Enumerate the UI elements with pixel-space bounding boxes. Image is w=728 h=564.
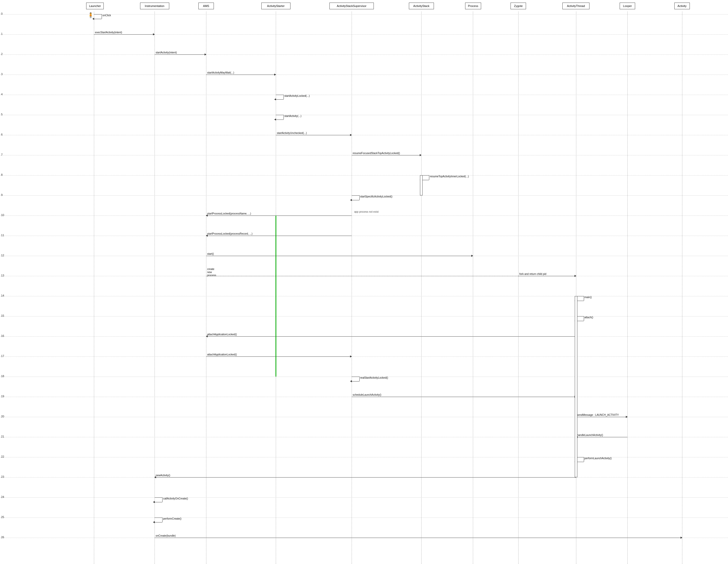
self-arrow-right: [155, 497, 162, 498]
lifeline-looper: [627, 12, 628, 564]
self-arrow-down: [584, 457, 584, 462]
actor-activity: Activity: [674, 3, 690, 9]
self-message-label: performLaunchActivity(): [585, 457, 612, 460]
self-arrow-head: [274, 98, 276, 100]
row-num-4: 4: [1, 93, 3, 96]
self-arrow-head: [153, 501, 155, 503]
self-arrow-left: [94, 19, 102, 19]
row-24: [0, 497, 728, 498]
message-label: attachApplicationLocked(): [207, 333, 237, 336]
lifeline-ams: [206, 12, 206, 564]
row-num-10: 10: [1, 213, 4, 216]
self-arrow-left: [276, 99, 284, 100]
row-num-22: 22: [1, 455, 4, 458]
row-num-26: 26: [1, 536, 4, 539]
self-arrow-down: [359, 195, 360, 200]
message-label: startProcessLocked(processName, ...): [207, 212, 251, 215]
actor-activity_stack_supervisor: ActivityStackSupervisor: [329, 3, 374, 9]
message-label: execStartActivity(intent): [95, 31, 122, 34]
arrow: [94, 34, 155, 35]
arrow: [518, 276, 576, 276]
actor-zygote: Zygote: [511, 3, 526, 9]
row-num-14: 14: [1, 294, 4, 297]
arrow: [206, 357, 352, 357]
message-label: create: [207, 268, 214, 270]
row-num-12: 12: [1, 254, 4, 257]
actor-looper: Looper: [620, 3, 635, 9]
self-arrow-right: [276, 115, 284, 115]
actor-ams: AMS: [198, 3, 214, 9]
message-label: startActivity(intent): [156, 51, 177, 54]
arrow: [155, 54, 206, 55]
self-message-label: onClick: [102, 14, 111, 17]
arrow: [352, 155, 421, 155]
arrow: [206, 215, 352, 216]
self-arrow-down: [584, 316, 584, 321]
self-message-label: startActivityLocked(...): [284, 94, 310, 97]
self-arrow-head: [92, 18, 94, 20]
message-label: startActivityUnchecked(...): [277, 132, 307, 134]
row-num-6: 6: [1, 133, 3, 136]
row-10: [0, 215, 728, 216]
self-message-label: startActivity(...): [284, 115, 301, 117]
message-label: newActivity(): [156, 474, 170, 477]
row-4: [0, 95, 728, 95]
row-6: [0, 135, 728, 135]
row-num-13: 13: [1, 274, 4, 277]
row-num-21: 21: [1, 435, 4, 438]
message-label: sendMessage : LAUNCH_ACTIVITY: [577, 414, 619, 416]
self-arrow-head: [274, 118, 276, 120]
self-arrow-left: [276, 119, 284, 120]
message-label: startActivityMayWait(...): [207, 71, 234, 74]
self-arrow-head: [350, 380, 352, 382]
message-label: process: [207, 274, 216, 277]
arrow: [576, 437, 628, 437]
message-label: attachApplicationLocked(): [207, 353, 237, 356]
note-app-process: app process not exist: [354, 210, 379, 213]
lifeline-activity_thread: [576, 12, 576, 564]
self-arrow-right: [352, 195, 359, 196]
self-message-label: startSpecificActivityLocked(): [360, 195, 392, 198]
row-num-2: 2: [1, 52, 3, 55]
actor-activity_thread: ActivityThread: [562, 3, 589, 9]
self-arrow-down: [102, 14, 102, 19]
row-num-5: 5: [1, 113, 3, 116]
row-num-19: 19: [1, 395, 4, 398]
lifeline-activity_stack: [421, 12, 422, 564]
self-arrow-head: [350, 199, 352, 201]
self-message-label: callActivityOnCreate(): [163, 497, 188, 500]
row-num-17: 17: [1, 355, 4, 358]
message-label: onCreate(bundle): [156, 534, 176, 537]
self-arrow-head: [153, 521, 155, 523]
message-label: new: [207, 271, 212, 273]
actor-activity_starter: ActivityStarter: [261, 3, 290, 9]
row-num-23: 23: [1, 475, 4, 478]
message-label: start(): [207, 252, 214, 255]
arrow: [206, 256, 473, 256]
row-num-24: 24: [1, 495, 4, 498]
self-message-label: resumeTopActivityInnerLocked(...): [430, 175, 469, 178]
self-arrow-right: [276, 95, 284, 95]
row-num-11: 11: [1, 233, 4, 237]
self-message-label: main(): [585, 296, 592, 299]
row-8: [0, 175, 728, 175]
self-arrow-down: [162, 497, 163, 502]
message-label: handleLaunchActivity(): [577, 434, 603, 437]
row-num-1: 1: [1, 32, 3, 35]
row-num-3: 3: [1, 72, 3, 76]
lifeline-zygote: [518, 12, 519, 564]
arrow: [155, 477, 576, 478]
user-figure: 🧍: [87, 12, 94, 18]
message-label: resumeFocusedStackTopActivityLocked(): [353, 152, 400, 155]
actor-launcher: Launcher: [86, 3, 104, 9]
self-arrow-down: [359, 377, 360, 381]
diagram-container: LauncherInstrumentationAMSActivityStarte…: [0, 0, 728, 564]
row-num-9: 9: [1, 193, 3, 196]
arrow: [276, 135, 352, 135]
self-arrow-down: [162, 518, 163, 522]
self-message-label: performCreate(): [163, 517, 181, 520]
row-num-0: 0: [1, 12, 3, 15]
self-arrow-right: [352, 377, 359, 377]
self-arrow-down: [584, 296, 584, 301]
message-label: startProcessLocked(processRecord, ...): [207, 232, 253, 235]
